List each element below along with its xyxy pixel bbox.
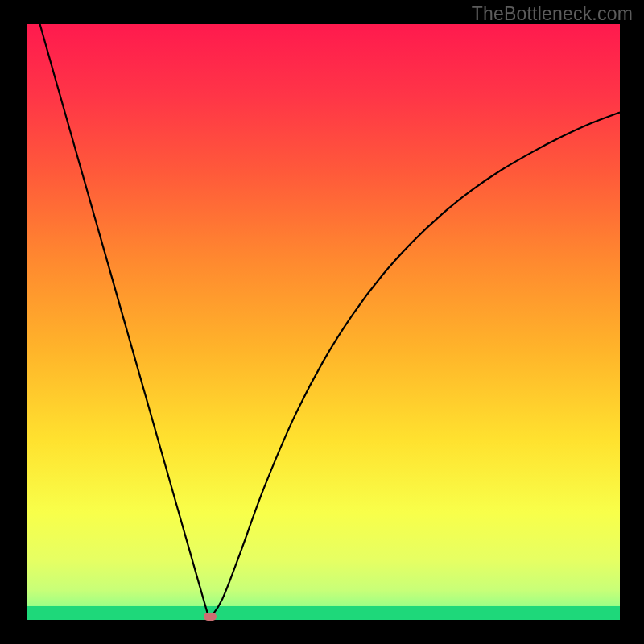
green-band	[27, 606, 620, 620]
watermark-text: TheBottleneck.com	[472, 3, 633, 25]
bottleneck-chart	[0, 0, 644, 644]
chart-container: TheBottleneck.com	[0, 0, 644, 644]
optimal-point-marker	[204, 613, 217, 621]
plot-background	[27, 24, 620, 620]
